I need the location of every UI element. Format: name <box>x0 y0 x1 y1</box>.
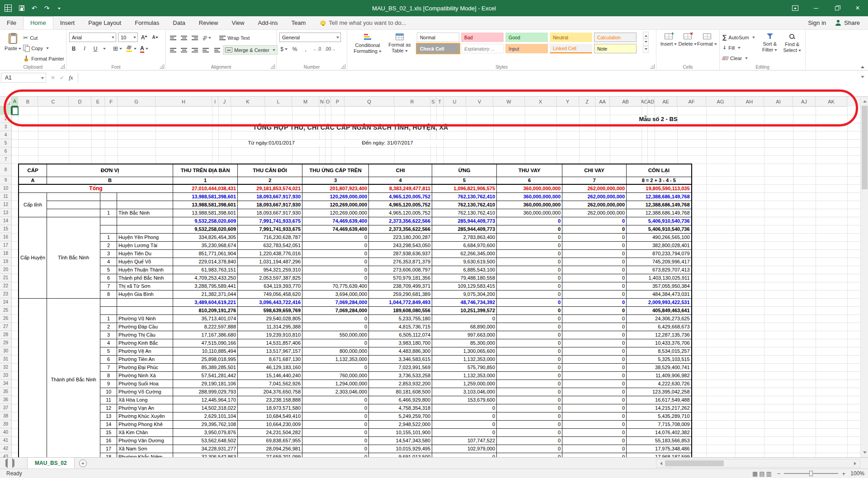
cell[interactable]: 0 <box>562 249 627 258</box>
column-header-AF[interactable]: AF <box>677 97 706 107</box>
cell[interactable]: 8,534,015,257 <box>627 347 692 355</box>
page-break-view-button[interactable]: ▥ <box>766 470 772 477</box>
merge-center-button[interactable]: Merge & Center <box>223 45 278 55</box>
cell[interactable]: 3,736,533,258 <box>369 371 432 380</box>
cell[interactable]: 8 <box>100 290 117 298</box>
cell[interactable]: 2,303,046,000 <box>302 388 369 396</box>
zoom-slider-thumb[interactable] <box>809 471 813 476</box>
cell[interactable]: 1,044,772,849,493 <box>369 298 432 306</box>
cell[interactable]: 0 <box>302 266 369 274</box>
currency-format-button[interactable]: $ <box>279 44 288 54</box>
cell[interactable]: 0 <box>302 241 369 249</box>
cell[interactable] <box>47 201 100 209</box>
cell[interactable]: 273,606,008,797 <box>369 266 432 274</box>
close-button[interactable]: × <box>847 0 868 16</box>
cell[interactable]: 5,406,910,540,736 <box>627 217 692 225</box>
column-header-C[interactable]: C <box>38 97 69 107</box>
column-header-J[interactable]: J <box>218 97 231 107</box>
ribbon-tab-view[interactable]: View <box>225 16 251 29</box>
cell[interactable]: 0 <box>497 396 562 404</box>
row-header-35[interactable]: 35 <box>0 388 12 396</box>
column-header-AJ[interactable]: AJ <box>793 97 816 107</box>
cell[interactable]: 1,220,438,776,016 <box>238 249 302 258</box>
save-button[interactable] <box>19 5 24 11</box>
sign-in-button[interactable]: Sign in <box>808 19 826 26</box>
cell[interactable] <box>100 306 117 314</box>
cell[interactable]: Phường Vệ An <box>117 347 173 355</box>
format-painter-button[interactable]: Format Painter <box>23 54 64 63</box>
cell[interactable]: 55,183,566,853 <box>627 436 692 445</box>
clipboard-dialog-launcher[interactable] <box>60 64 65 69</box>
cell[interactable]: 0 <box>497 445 562 453</box>
row-header-17[interactable]: 17 <box>0 241 12 249</box>
cell[interactable]: 762,130,762,410 <box>432 201 497 209</box>
tell-me-box[interactable]: Tell me what you want to do... <box>312 16 414 29</box>
cell[interactable]: Cấp tỉnh <box>19 192 47 217</box>
cell[interactable] <box>117 217 173 225</box>
cell[interactable]: 6,466,929,800 <box>369 396 432 404</box>
cell[interactable]: 48,746,734,392 <box>432 298 497 306</box>
cell[interactable]: 0 <box>562 363 627 371</box>
scroll-left-button[interactable] <box>656 459 664 467</box>
cell[interactable]: 0 <box>497 282 562 290</box>
fill-color-button[interactable] <box>125 44 137 53</box>
cell[interactable]: Huyện Thuận Thành <box>117 266 173 274</box>
cell[interactable]: 17,975,348,486 <box>627 445 692 453</box>
cell[interactable]: 0 <box>302 314 369 323</box>
cell[interactable]: 0 <box>562 396 627 404</box>
cell[interactable]: 74,469,639,400 <box>302 225 369 233</box>
cell[interactable]: 760,000,000 <box>302 371 369 380</box>
table-header-cell[interactable]: 1 <box>173 177 238 184</box>
table-header-cell[interactable]: THU TRÊN ĐỊA BÀN <box>173 164 238 177</box>
cell[interactable]: 9,075,304,200 <box>432 290 497 298</box>
ribbon-tab-add-ins[interactable]: Add-ins <box>251 16 284 29</box>
cell[interactable]: 5,233,755,180 <box>369 314 432 323</box>
cell[interactable]: 1,132,353,000 <box>432 371 497 380</box>
cell[interactable]: 0 <box>562 258 627 266</box>
percent-format-button[interactable]: % <box>290 44 299 54</box>
cell[interactable]: 0 <box>497 347 562 355</box>
cell[interactable]: 18,973,571,580 <box>238 404 302 412</box>
cell[interactable]: 6,684,970,600 <box>432 241 497 249</box>
cell[interactable]: 8,222,597,888 <box>173 323 238 331</box>
expand-formula-bar-icon[interactable] <box>861 76 864 80</box>
cell[interactable]: 632,783,542,051 <box>238 241 302 249</box>
cell-style-normal[interactable]: Normal <box>417 33 459 42</box>
borders-button[interactable]: ⊞ <box>112 44 123 53</box>
cell[interactable]: 1,132,353,000 <box>432 355 497 363</box>
cell[interactable]: 13 <box>100 412 117 420</box>
cell[interactable]: 1,300,065,600 <box>432 347 497 355</box>
row-header-6[interactable]: 6 <box>0 147 12 155</box>
comma-format-button[interactable]: , <box>301 44 310 54</box>
cell[interactable]: 13,988,581,398,601 <box>173 201 238 209</box>
table-header-cell[interactable]: 4 <box>369 177 432 184</box>
cell[interactable]: 745,209,996,417 <box>627 258 692 266</box>
cell[interactable]: Thành phố Bắc Ninh <box>117 274 173 282</box>
cell[interactable]: 259,290,681,389 <box>369 290 432 298</box>
cell[interactable]: 0 <box>562 217 627 225</box>
cell[interactable]: 405,849,463,641 <box>627 306 692 314</box>
cell[interactable]: 68,890,000 <box>432 323 497 331</box>
increase-indent-button[interactable] <box>212 45 221 55</box>
cell[interactable]: 10,684,549,410 <box>238 412 302 420</box>
new-sheet-button[interactable]: + <box>79 459 87 467</box>
cell[interactable]: 360,000,000,000 <box>497 184 562 192</box>
cell[interactable]: 10,015,929,495 <box>369 445 432 453</box>
bottom-align-button[interactable] <box>190 33 199 42</box>
cell[interactable]: 23,238,158,888 <box>238 396 302 404</box>
cell[interactable]: 0 <box>302 404 369 412</box>
cell[interactable]: 25,898,018,995 <box>173 355 238 363</box>
cell[interactable]: 0 <box>497 217 562 225</box>
cell[interactable] <box>117 298 173 306</box>
table-header-cell[interactable]: 6 <box>497 177 562 184</box>
cell[interactable]: 5,406,910,540,736 <box>627 225 692 233</box>
grow-font-button[interactable]: A <box>140 33 149 42</box>
cell[interactable]: 0 <box>432 428 497 436</box>
cell[interactable]: 18,093,667,917,930 <box>238 192 302 201</box>
cell[interactable]: 238,709,499,371 <box>369 282 432 290</box>
row-header-27[interactable]: 27 <box>0 323 12 331</box>
cell[interactable]: Cấp Huyện <box>19 217 47 298</box>
cell[interactable]: 15,146,440,240 <box>238 371 302 380</box>
ribbon-tab-file[interactable]: File <box>0 16 23 29</box>
sort-filter-button[interactable]: Sort & Filter <box>759 32 781 52</box>
